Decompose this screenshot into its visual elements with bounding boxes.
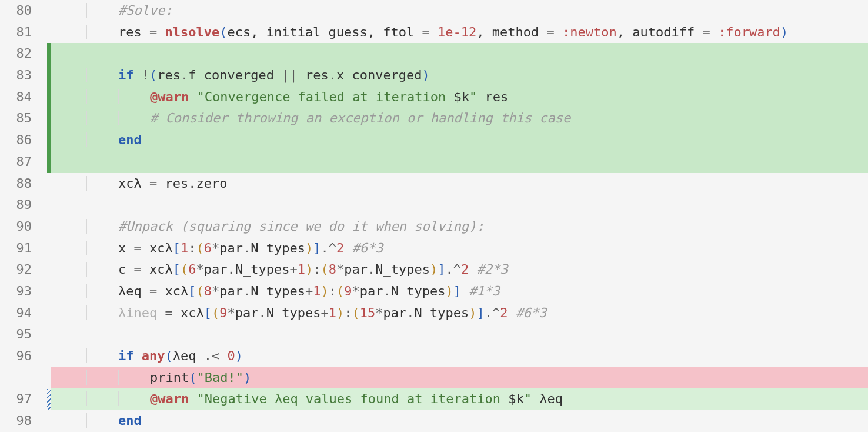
code-token: . <box>188 176 196 191</box>
line-number: 96 <box>0 345 47 367</box>
code-line[interactable]: end <box>51 410 868 432</box>
code-line[interactable]: λeq = xcλ[(8*par.N_types+1):(9*par.N_typ… <box>51 281 868 303</box>
code-token: 2 <box>500 305 508 320</box>
code-token: + <box>321 305 328 320</box>
line-number: 81 <box>0 22 47 44</box>
code-token: . <box>181 68 188 82</box>
line-number: 91 <box>0 238 47 260</box>
code-token: = <box>165 305 172 320</box>
code-token: :forward <box>718 25 780 39</box>
code-line[interactable]: xcλ = res.zero <box>51 173 868 195</box>
code-token: . <box>383 284 390 298</box>
line-number: 94 <box>0 303 47 324</box>
code-token: #6*3 <box>516 305 547 320</box>
code-token: x <box>118 241 134 255</box>
code-token <box>344 241 352 255</box>
code-token: : <box>188 241 196 255</box>
code-line[interactable]: if any(λeq .< 0) <box>51 345 868 367</box>
code-token: zero <box>196 176 227 191</box>
code-token: , autodiff <box>617 25 703 39</box>
code-line[interactable]: end <box>51 129 868 151</box>
code-token: : <box>313 262 321 277</box>
code-line[interactable]: print("Bad!") <box>51 367 868 389</box>
code-token: 9 <box>344 284 352 298</box>
code-token: .^ <box>445 262 461 277</box>
code-token: ] <box>453 284 461 298</box>
code-token: if <box>118 68 134 82</box>
code-token: = <box>149 284 157 298</box>
code-token: λineq <box>118 305 165 320</box>
line-number: 97 <box>0 388 47 410</box>
code-token: ] <box>476 305 484 320</box>
code-token: res <box>118 25 149 39</box>
code-line[interactable] <box>51 324 868 345</box>
code-token: ( <box>196 241 203 255</box>
code-token: ) <box>321 284 328 298</box>
code-token: . <box>243 284 251 298</box>
code-token: + <box>305 284 313 298</box>
code-token: N_types <box>414 305 469 320</box>
code-token: 1e-12 <box>438 25 476 39</box>
code-token: ) <box>235 348 243 363</box>
code-line[interactable]: c = xcλ[(6*par.N_types+1):(8*par.N_types… <box>51 259 868 281</box>
code-token: f_converged <box>188 68 282 82</box>
line-number: 95 <box>0 324 47 345</box>
code-token: ) <box>305 241 313 255</box>
code-token: ( <box>196 284 203 298</box>
code-token <box>555 25 562 39</box>
code-token: .^ <box>321 241 336 255</box>
code-token: * <box>227 305 235 320</box>
code-token: = <box>547 25 555 39</box>
code-token: = <box>702 25 710 39</box>
code-token: xcλ <box>142 241 173 255</box>
code-line[interactable] <box>51 194 868 216</box>
code-line[interactable]: x = xcλ[1:(6*par.N_types)].^2 #6*3 <box>51 238 868 260</box>
code-token: = <box>133 241 141 255</box>
code-token: λeq <box>532 391 563 406</box>
code-token: #2*3 <box>476 262 508 277</box>
code-token: * <box>375 305 383 320</box>
code-line[interactable]: @warn "Convergence failed at iteration $… <box>51 87 868 108</box>
code-token: xcλ <box>118 176 149 191</box>
code-token <box>133 348 141 363</box>
code-token: ) <box>422 68 430 82</box>
code-token: #1*3 <box>469 284 500 298</box>
code-token: xcλ <box>157 284 188 298</box>
line-number: 87 <box>0 151 47 173</box>
code-token: ) <box>336 305 344 320</box>
code-token <box>469 262 476 277</box>
code-token: ) <box>430 262 438 277</box>
line-number: 98 <box>0 410 47 432</box>
code-token: " <box>524 391 532 406</box>
code-line[interactable] <box>51 151 868 173</box>
line-number: 82 <box>0 43 47 65</box>
code-content[interactable]: #Solve: res = nlsolve(ecs, initial_guess… <box>51 0 868 432</box>
code-line[interactable]: @warn "Negative λeq values found at iter… <box>51 388 868 410</box>
code-token: ( <box>189 370 196 385</box>
line-number: 90 <box>0 216 47 238</box>
code-line[interactable]: # Consider throwing an exception or hand… <box>51 108 868 129</box>
code-token: ( <box>165 348 172 363</box>
code-line[interactable] <box>51 43 868 65</box>
code-token: par <box>344 262 368 277</box>
code-token: 8 <box>329 262 336 277</box>
code-token: ( <box>149 68 157 82</box>
code-token: ( <box>212 305 219 320</box>
code-token: $k <box>508 391 524 406</box>
code-token: = <box>149 176 157 191</box>
code-token: 6 <box>188 262 196 277</box>
code-token <box>133 68 141 82</box>
code-token: par <box>219 284 243 298</box>
code-token: ] <box>313 241 321 255</box>
code-token: ) <box>469 305 476 320</box>
code-line[interactable]: if !(res.f_converged || res.x_converged) <box>51 65 868 87</box>
code-token: res <box>157 176 188 191</box>
code-token: ) <box>780 25 788 39</box>
code-line[interactable]: #Solve: <box>51 0 868 22</box>
code-token: . <box>243 241 251 255</box>
code-line[interactable]: λineq = xcλ[(9*par.N_types+1):(15*par.N_… <box>51 303 868 324</box>
code-line[interactable]: #Unpack (squaring since we do it when so… <box>51 216 868 238</box>
code-token: * <box>196 262 203 277</box>
code-line[interactable]: res = nlsolve(ecs, initial_guess, ftol =… <box>51 22 868 44</box>
code-token: ) <box>243 370 251 385</box>
